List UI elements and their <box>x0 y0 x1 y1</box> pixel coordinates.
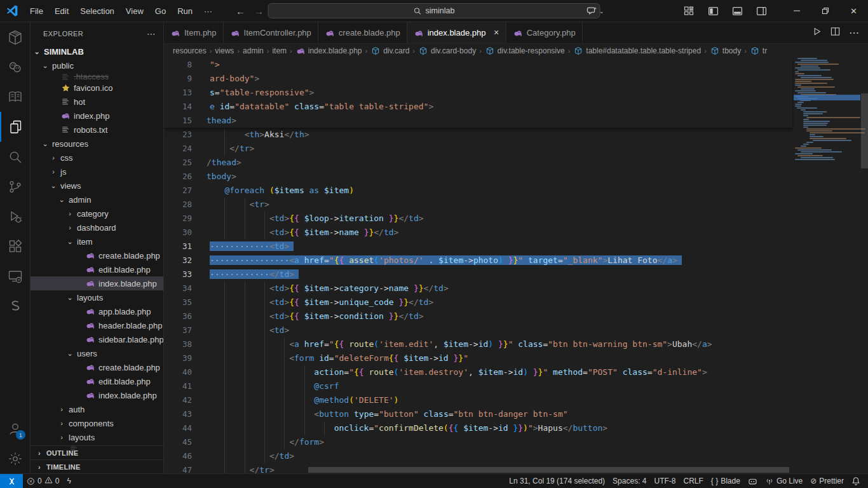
code-line-23[interactable]: 23<th>Aksi</th> <box>164 128 792 142</box>
tree-item-.htaccess[interactable]: .htaccess <box>31 72 163 81</box>
line-number[interactable]: 8 <box>164 58 192 72</box>
tree-item-components[interactable]: ›components <box>31 416 163 430</box>
line-number[interactable]: 44 <box>164 421 192 435</box>
line-number[interactable]: 34 <box>164 281 192 295</box>
line-number[interactable]: 40 <box>164 365 192 379</box>
activity-faces-icon[interactable] <box>0 52 31 82</box>
tree-item-category[interactable]: ›category <box>31 207 163 220</box>
chevron-down-icon[interactable]: ⌄ <box>58 196 65 204</box>
code-editor[interactable]: 8">9ard-body">13s="table-responsive">14e… <box>164 58 868 473</box>
tree-item-index.blade.php[interactable]: index.blade.php <box>31 388 163 402</box>
chevron-down-icon[interactable]: ⌄ <box>41 140 49 148</box>
back-icon[interactable]: ← <box>236 6 245 17</box>
breadcrumb-admin[interactable]: admin <box>243 46 264 55</box>
tree-item-resources[interactable]: ⌄resources <box>31 137 163 151</box>
tree-item-views[interactable]: ⌄views <box>31 179 163 193</box>
tab-item.php[interactable]: Item.php <box>164 22 224 43</box>
chevron-down-icon[interactable]: ⌄ <box>66 349 74 358</box>
line-number[interactable]: 43 <box>164 407 192 421</box>
toggle-primary-sidebar-icon[interactable] <box>703 3 722 19</box>
explorer-more-actions-icon[interactable]: ⋯ <box>147 29 156 39</box>
breadcrumb-views[interactable]: views <box>215 46 234 55</box>
menu-item-view[interactable]: View <box>120 4 149 18</box>
line-number[interactable]: 29 <box>164 212 192 226</box>
line-number[interactable]: 25 <box>164 156 192 170</box>
chevron-right-icon[interactable]: › <box>66 224 74 231</box>
chevron-down-icon[interactable]: ⌄ <box>66 238 74 246</box>
activity-extensions-icon[interactable] <box>0 231 31 261</box>
line-number[interactable]: 24 <box>164 142 192 156</box>
breadcrumb-tr[interactable]: tr <box>750 46 767 56</box>
breadcrumb-tbody[interactable]: tbody <box>710 46 741 56</box>
chevron-right-icon[interactable]: › <box>50 154 57 161</box>
code-line-35[interactable]: 35<td>{{ $item->unique_code }}</td> <box>164 295 792 309</box>
code-line-37[interactable]: 37<td> <box>164 323 792 337</box>
code-line-36[interactable]: 36<td>{{ $item->condition }}</td> <box>164 309 792 323</box>
code-line-42[interactable]: 42@method('DELETE') <box>164 393 792 407</box>
menu-item-selection[interactable]: Selection <box>74 4 119 18</box>
restore-icon[interactable] <box>811 0 839 22</box>
tree-item-users[interactable]: ⌄users <box>31 346 163 360</box>
activity-package-icon[interactable] <box>0 22 31 52</box>
tab-index.blade.php[interactable]: index.blade.php✕ <box>407 22 506 43</box>
status-prettier[interactable]: ⊘Prettier <box>806 474 848 488</box>
code-line-33[interactable]: 33············</td> <box>164 268 792 281</box>
minimap[interactable] <box>794 58 860 473</box>
chevron-right-icon[interactable]: › <box>36 449 43 457</box>
code-line-29[interactable]: 29<td>{{ $loop->iteration }}</td> <box>164 212 792 226</box>
vertical-scrollbar[interactable] <box>861 93 868 168</box>
tree-item-siminlab[interactable]: ⌄SIMINLAB <box>31 44 163 58</box>
chevron-right-icon[interactable]: › <box>66 210 74 217</box>
tree-item-favicon.ico[interactable]: favicon.ico <box>31 81 163 95</box>
split-editor-icon[interactable] <box>831 27 840 39</box>
chevron-down-icon[interactable]: ⌄ <box>66 294 74 302</box>
more-actions-icon[interactable]: ⋯ <box>849 27 859 39</box>
chevron-right-icon[interactable]: › <box>58 419 65 427</box>
tree-item-auth[interactable]: ›auth <box>31 402 163 416</box>
line-number[interactable]: 42 <box>164 393 192 407</box>
tree-item-edit.blade.php[interactable]: edit.blade.php <box>31 262 163 276</box>
line-number[interactable]: 37 <box>164 323 192 337</box>
line-number[interactable]: 33 <box>164 268 192 281</box>
line-number[interactable]: 36 <box>164 309 192 323</box>
code-line-32[interactable]: 32················<a href="{{ asset('pho… <box>164 254 792 268</box>
line-number[interactable]: 30 <box>164 226 192 240</box>
toggle-panel-icon[interactable] <box>728 3 747 19</box>
status-go-live[interactable]: Go Live <box>761 474 806 488</box>
tree-item-admin[interactable]: ⌄admin <box>31 193 163 207</box>
chevron-down-icon[interactable]: ⌄ <box>50 182 57 190</box>
line-number[interactable]: 35 <box>164 295 192 309</box>
remote-indicator-button[interactable] <box>0 474 23 488</box>
tree-item-public[interactable]: ⌄public <box>31 58 163 72</box>
tree-item-index.php[interactable]: index.php <box>31 109 163 123</box>
code-line-45[interactable]: 45</form> <box>164 435 792 449</box>
status-language-mode[interactable]: { }Blade <box>707 474 744 488</box>
code-line-27[interactable]: 27@foreach ($items as $item) <box>164 184 792 198</box>
code-line-30[interactable]: 30<td>{{ $item->name }}</td> <box>164 226 792 240</box>
section-outline[interactable]: ›OUTLINE <box>31 445 163 459</box>
tree-item-header.blade.php[interactable]: header.blade.php <box>31 318 163 332</box>
line-number[interactable]: 9 <box>164 72 192 86</box>
chevron-right-icon[interactable]: › <box>58 405 65 413</box>
line-number[interactable]: 15 <box>164 114 192 128</box>
breadcrumb-table-datatable-table-table-striped[interactable]: table#datatable.table.table-striped <box>573 46 701 56</box>
horizontal-scrollbar[interactable] <box>308 467 789 473</box>
line-number[interactable]: 13 <box>164 86 192 100</box>
line-number[interactable]: 46 <box>164 449 192 463</box>
line-number[interactable]: 32 <box>164 254 192 268</box>
chevron-right-icon[interactable]: › <box>58 433 65 441</box>
menu-item-edit[interactable]: Edit <box>49 4 74 18</box>
tree-item-app.blade.php[interactable]: app.blade.php <box>31 304 163 318</box>
close-icon[interactable]: ✕ <box>839 0 868 22</box>
line-number[interactable]: 23 <box>164 128 192 142</box>
activity-debug-icon[interactable] <box>0 201 31 231</box>
breadcrumb-item[interactable]: item <box>272 46 287 55</box>
activity-files-icon[interactable] <box>0 112 31 142</box>
code-line-41[interactable]: 41@csrf <box>164 379 792 393</box>
line-number[interactable]: 38 <box>164 337 192 351</box>
status-notifications[interactable] <box>848 474 864 488</box>
menu-item-file[interactable]: File <box>24 4 49 18</box>
menu-item-[interactable]: ··· <box>198 4 218 18</box>
tree-item-js[interactable]: ›js <box>31 165 163 179</box>
activity-book-icon[interactable] <box>0 82 31 112</box>
